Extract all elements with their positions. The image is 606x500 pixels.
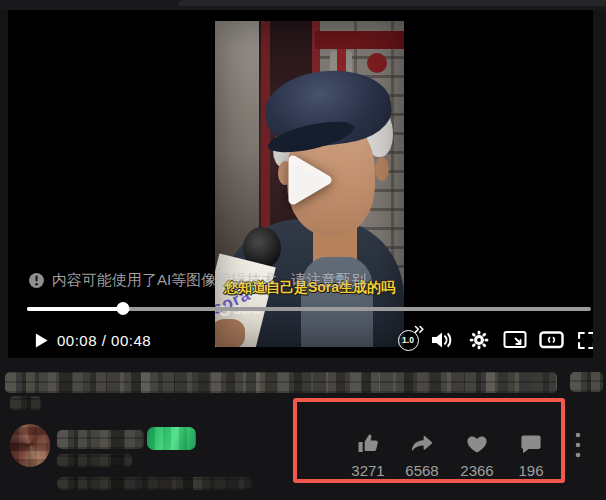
- fullscreen-icon: [576, 330, 594, 351]
- uploader-subtitle-redacted: [57, 454, 132, 467]
- theater-mode-button[interactable]: [537, 327, 565, 353]
- top-bar: [0, 0, 606, 10]
- play-button[interactable]: [31, 327, 51, 353]
- progress-bar[interactable]: [27, 307, 591, 311]
- more-dots-icon: [575, 432, 581, 458]
- time-text: 00:08 / 00:48: [57, 332, 151, 349]
- more-menu-button[interactable]: [569, 430, 587, 460]
- page: sora Sora 您知道自己是Sora生成的吗 内容可能使用了AI等图像编辑技…: [0, 0, 606, 500]
- title-redacted-fragment: [570, 372, 603, 392]
- favorite-button[interactable]: 2366: [450, 432, 504, 478]
- pip-icon: [503, 329, 528, 351]
- comment-count: 196: [518, 463, 543, 478]
- play-icon: [34, 332, 49, 349]
- progress-played: [27, 307, 123, 311]
- top-bar-panel: [178, 0, 606, 6]
- comment-icon: [519, 432, 543, 456]
- fullscreen-button[interactable]: [573, 327, 593, 353]
- like-icon: [356, 432, 381, 456]
- ai-content-warning: 内容可能使用了AI等图像编辑技术，请注意甄别: [28, 271, 366, 290]
- video-title-redacted: [5, 372, 557, 393]
- share-button[interactable]: 6568: [395, 432, 449, 478]
- playback-speed-button[interactable]: 1.0: [393, 327, 423, 353]
- miniplayer-button[interactable]: [501, 327, 529, 353]
- follow-badge[interactable]: [147, 427, 196, 450]
- progress-playhead[interactable]: [116, 302, 129, 315]
- play-overlay-icon[interactable]: [284, 150, 336, 210]
- theater-mode-icon: [539, 329, 564, 351]
- settings-button[interactable]: [466, 327, 492, 353]
- description-redacted: [57, 477, 253, 490]
- favorite-count: 2366: [460, 463, 493, 478]
- uploader-name-redacted[interactable]: [57, 430, 144, 449]
- comment-button[interactable]: 196: [504, 432, 558, 478]
- share-count: 6568: [405, 463, 438, 478]
- time-display: 00:08 / 00:48: [57, 327, 153, 353]
- like-count: 3271: [351, 463, 384, 478]
- tag-redacted: [10, 396, 41, 410]
- settings-gear-icon: [468, 329, 490, 351]
- uploader-avatar[interactable]: [10, 424, 50, 467]
- volume-button[interactable]: [429, 327, 455, 353]
- fast-forward-marks-icon: [414, 325, 425, 334]
- video-player[interactable]: sora Sora 您知道自己是Sora生成的吗 内容可能使用了AI等图像编辑技…: [8, 10, 593, 358]
- speed-value: 1.0: [402, 335, 414, 345]
- warning-icon: [28, 272, 45, 289]
- heart-icon: [465, 432, 489, 456]
- like-button[interactable]: 3271: [341, 432, 395, 478]
- speed-icon: 1.0: [398, 330, 419, 351]
- share-icon: [409, 432, 435, 456]
- warning-text: 内容可能使用了AI等图像编辑技术，请注意甄别: [52, 271, 366, 290]
- volume-icon: [430, 329, 454, 351]
